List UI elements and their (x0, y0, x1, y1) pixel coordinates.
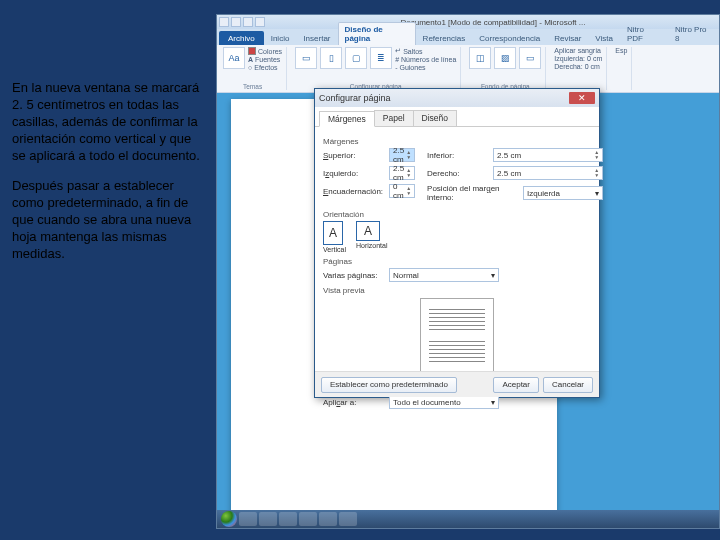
pages-label: Páginas (323, 257, 591, 266)
instruction-panel: En la nueva ventana se marcará 2. 5 cent… (12, 80, 202, 277)
columns-button[interactable]: ≣ (370, 47, 392, 69)
cancel-button[interactable]: Cancelar (543, 377, 593, 393)
ribbon-group-spacing: Esp (611, 47, 632, 90)
tab-insert[interactable]: Insertar (296, 31, 337, 45)
multipages-dropdown[interactable]: Normal▾ (389, 268, 499, 282)
landscape-option[interactable]: A Horizontal (356, 221, 388, 253)
linenumbers-button[interactable]: #Números de línea (395, 56, 456, 63)
right-input[interactable]: 2.5 cm▲▼ (493, 166, 603, 180)
taskbar-item[interactable] (319, 512, 337, 526)
close-icon[interactable]: ✕ (569, 92, 595, 104)
margins-section-label: Márgenes (323, 137, 591, 146)
portrait-option[interactable]: A Vertical (323, 221, 346, 253)
left-input[interactable]: 2.5 cm▲▼ (389, 166, 415, 180)
borders-button[interactable]: ▭ (519, 47, 541, 69)
dialog-tab-margins[interactable]: Márgenes (319, 111, 375, 127)
redo-icon[interactable] (255, 17, 265, 27)
themes-button[interactable]: Aa (223, 47, 245, 69)
taskbar-item[interactable] (279, 512, 297, 526)
dialog-title-text: Configurar página (319, 93, 391, 103)
gutter-input[interactable]: 0 cm▲▼ (389, 184, 415, 198)
ribbon-group-pagesetup: ▭ ▯ ▢ ≣ ↵Saltos #Números de línea -Guion… (291, 47, 461, 90)
top-input[interactable]: 2.5 cm▲▼ (389, 148, 415, 162)
gutter-pos-dropdown[interactable]: Izquierda▾ (523, 186, 603, 200)
tab-file[interactable]: Archivo (219, 31, 264, 45)
watermark-button[interactable]: ◫ (469, 47, 491, 69)
indent-label: Aplicar sangría (554, 47, 602, 54)
gutter-pos-label: Posición del margen interno: (427, 184, 517, 202)
bottom-input[interactable]: 2.5 cm▲▼ (493, 148, 603, 162)
taskbar-item[interactable] (239, 512, 257, 526)
preview-label: Vista previa (323, 286, 591, 295)
quick-access-toolbar[interactable] (217, 17, 267, 27)
dialog-tab-paper[interactable]: Papel (374, 110, 414, 126)
tab-mail[interactable]: Correspondencia (472, 31, 547, 45)
instruction-p1: En la nueva ventana se marcará 2. 5 cent… (12, 80, 202, 164)
save-icon[interactable] (231, 17, 241, 27)
fonts-button[interactable]: AFuentes (248, 56, 282, 63)
breaks-button[interactable]: ↵Saltos (395, 47, 456, 55)
applyto-label: Aplicar a: (323, 398, 383, 407)
tab-nitro2[interactable]: Nitro Pro 8 (668, 22, 719, 45)
applyto-dropdown[interactable]: Todo el documento▾ (389, 395, 499, 409)
multipages-label: Varias páginas: (323, 271, 383, 280)
ribbon-group-paragraph: Aplicar sangría Izquierda: 0 cm Derecha:… (550, 47, 607, 90)
dialog-titlebar: Configurar página ✕ (315, 89, 599, 107)
effects-button[interactable]: ○Efectos (248, 64, 282, 71)
top-label: Superior: (323, 151, 383, 160)
margins-button[interactable]: ▭ (295, 47, 317, 69)
orientation-button[interactable]: ▯ (320, 47, 342, 69)
dialog-body: Márgenes Superior: 2.5 cm▲▼ Izquierdo: 2… (315, 127, 599, 371)
ribbon: Aa Colores AFuentes ○Efectos Temas ▭ ▯ ▢… (217, 45, 719, 93)
tab-home[interactable]: Inicio (264, 31, 297, 45)
tab-nitro[interactable]: Nitro PDF (620, 22, 668, 45)
ribbon-group-background: ◫ ▨ ▭ Fondo de página (465, 47, 546, 90)
hyphen-button[interactable]: -Guiones (395, 64, 456, 71)
window-title: Documento1 [Modo de compatibilidad] - Mi… (401, 18, 586, 27)
tab-review[interactable]: Revisar (547, 31, 588, 45)
taskbar-item[interactable] (299, 512, 317, 526)
word-icon (219, 17, 229, 27)
dialog-tabs: Márgenes Papel Diseño (315, 107, 599, 127)
ok-button[interactable]: Aceptar (493, 377, 539, 393)
tab-references[interactable]: Referencias (416, 31, 473, 45)
taskbar-item[interactable] (339, 512, 357, 526)
tab-view[interactable]: Vista (588, 31, 620, 45)
ribbon-tabs: Archivo Inicio Insertar Diseño de página… (217, 29, 719, 45)
left-label: Izquierdo: (323, 169, 383, 178)
set-default-button[interactable]: Establecer como predeterminado (321, 377, 457, 393)
ribbon-group-themes: Aa Colores AFuentes ○Efectos Temas (219, 47, 287, 90)
gutter-label: Encuadernación: (323, 187, 383, 196)
dialog-footer: Establecer como predeterminado Aceptar C… (315, 371, 599, 397)
size-button[interactable]: ▢ (345, 47, 367, 69)
bottom-label: Inferior: (427, 151, 487, 160)
dialog-tab-design[interactable]: Diseño (413, 110, 457, 126)
orientation-label: Orientación (323, 210, 591, 219)
instruction-p2: Después pasar a establecer como predeter… (12, 178, 202, 262)
tab-layout[interactable]: Diseño de página (338, 22, 416, 45)
undo-icon[interactable] (243, 17, 253, 27)
page-setup-dialog: Configurar página ✕ Márgenes Papel Diseñ… (314, 88, 600, 398)
start-button[interactable] (221, 511, 237, 527)
pagecolor-button[interactable]: ▨ (494, 47, 516, 69)
right-label: Derecho: (427, 169, 487, 178)
taskbar-item[interactable] (259, 512, 277, 526)
windows-taskbar (217, 510, 719, 528)
colors-button[interactable]: Colores (248, 47, 282, 55)
